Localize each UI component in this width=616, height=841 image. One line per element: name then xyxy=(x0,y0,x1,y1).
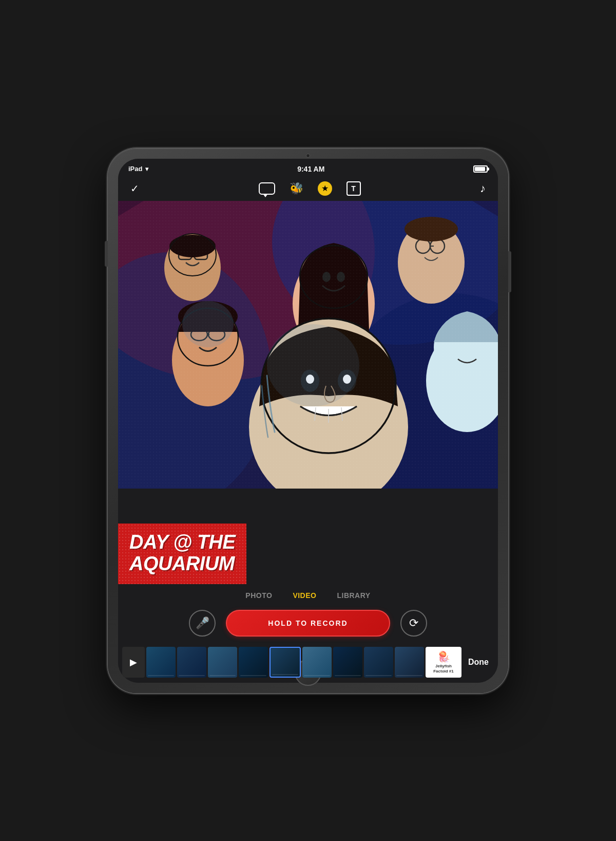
svg-point-44 xyxy=(267,324,359,406)
play-icon: ▶ xyxy=(130,657,137,668)
battery-icon xyxy=(473,165,488,173)
title-line1: DAY @ THE xyxy=(129,531,235,553)
speech-bubble-button[interactable] xyxy=(259,182,275,195)
camera-flip-icon: ⟳ xyxy=(409,616,418,630)
film-strip: ▶ 🪼 JellyfishFactoid #1 Done xyxy=(118,644,498,683)
tab-library[interactable]: LIBRARY xyxy=(337,591,370,600)
title-overlay: DAY @ THE AQUARIUM xyxy=(118,524,246,584)
bee-button[interactable]: 🐝 xyxy=(290,182,303,195)
star-button[interactable]: ★ xyxy=(318,181,332,196)
main-image-area: DAY @ THE AQUARIUM xyxy=(118,201,498,584)
star-icon: ★ xyxy=(321,183,329,193)
title-line2: AQUARIUM xyxy=(129,553,235,574)
text-icon: T xyxy=(351,184,356,193)
wifi-icon: ▾ xyxy=(145,165,148,173)
back-button[interactable]: ✓ xyxy=(130,182,139,195)
battery-fill xyxy=(475,167,485,171)
toolbar-left: ✓ xyxy=(130,182,139,195)
toolbar-right: ♪ xyxy=(480,182,486,195)
status-left: iPad ▾ xyxy=(128,165,148,173)
thumbnail-4-selected[interactable] xyxy=(270,647,301,678)
carrier-label: iPad xyxy=(128,165,142,173)
camera-notch xyxy=(306,154,310,158)
done-button[interactable]: Done xyxy=(463,658,494,667)
svg-point-45 xyxy=(182,301,234,347)
play-button-thumbnail[interactable]: ▶ xyxy=(122,647,145,678)
thumbnail-6[interactable] xyxy=(333,647,362,678)
thumbnail-5[interactable] xyxy=(302,647,332,678)
thumbnail-0[interactable] xyxy=(146,647,176,678)
thumbnail-3[interactable] xyxy=(239,647,268,678)
thumbnail-1[interactable] xyxy=(177,647,206,678)
camera-flip-button[interactable]: ⟳ xyxy=(400,610,427,637)
mic-button[interactable]: 🎤 xyxy=(189,610,216,637)
thumbnail-7[interactable] xyxy=(364,647,393,678)
comic-illustration xyxy=(118,201,498,489)
toolbar: ✓ 🐝 ★ T ♪ xyxy=(118,177,498,201)
hold-to-record-button[interactable]: HOLD TO RECORD xyxy=(226,610,390,637)
thumbnail-2[interactable] xyxy=(208,647,237,678)
thumbnail-8[interactable] xyxy=(395,647,424,678)
record-area: 🎤 HOLD TO RECORD ⟳ xyxy=(118,605,498,644)
tab-photo[interactable]: PHOTO xyxy=(245,591,272,600)
status-right xyxy=(473,165,488,173)
mic-icon: 🎤 xyxy=(196,616,209,630)
time-label: 9:41 AM xyxy=(297,165,324,173)
status-bar: iPad ▾ 9:41 AM xyxy=(118,159,498,177)
tab-video[interactable]: VIDEO xyxy=(293,591,316,600)
mode-tabs: PHOTO VIDEO LIBRARY xyxy=(118,584,498,605)
jellyfish-label: JellyfishFactoid #1 xyxy=(433,664,454,674)
jellyfish-icon: 🪼 xyxy=(437,650,450,663)
toolbar-center: 🐝 ★ T xyxy=(259,181,361,196)
screen: iPad ▾ 9:41 AM ✓ 🐝 ★ T xyxy=(118,159,498,683)
ipad-device: iPad ▾ 9:41 AM ✓ 🐝 ★ T xyxy=(108,148,508,693)
text-button[interactable]: T xyxy=(346,181,361,196)
music-button[interactable]: ♪ xyxy=(480,182,486,195)
record-label: HOLD TO RECORD xyxy=(268,619,348,627)
bottom-controls: PHOTO VIDEO LIBRARY 🎤 HOLD TO RECORD ⟳ xyxy=(118,584,498,683)
title-text: DAY @ THE AQUARIUM xyxy=(129,532,235,575)
jellyfish-factoid-thumbnail[interactable]: 🪼 JellyfishFactoid #1 xyxy=(426,647,461,678)
